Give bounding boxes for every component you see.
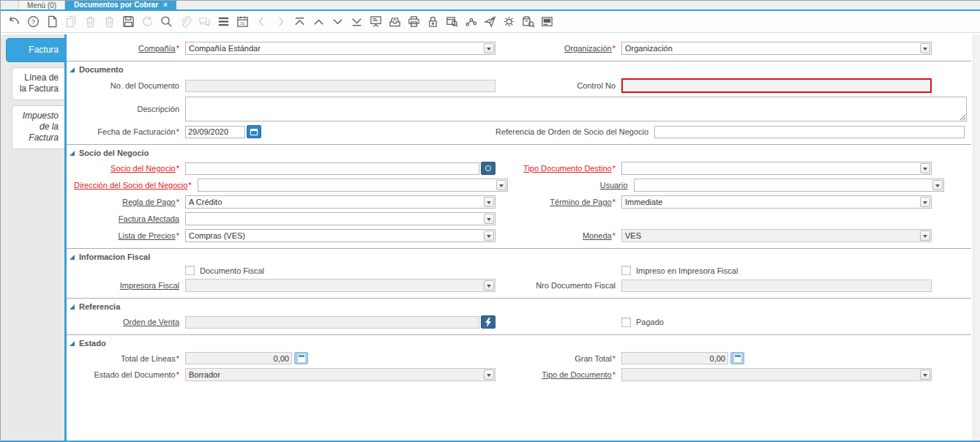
attachment-icon[interactable] bbox=[176, 12, 195, 31]
tab-factura[interactable]: Factura bbox=[6, 38, 64, 62]
tipo-doc-destino-select[interactable] bbox=[621, 162, 932, 175]
control-no-input[interactable] bbox=[621, 78, 932, 93]
close-icon[interactable]: × bbox=[163, 0, 168, 10]
chevron-down-icon[interactable] bbox=[484, 370, 494, 380]
usuario-label[interactable]: Usuario bbox=[508, 181, 634, 190]
estado-documento-select[interactable]: Borrador bbox=[185, 368, 495, 381]
impresora-fiscal-label[interactable]: Impresora Fiscal bbox=[74, 281, 185, 290]
product-info-icon[interactable] bbox=[518, 12, 537, 31]
undo-icon[interactable] bbox=[4, 12, 23, 31]
business-partner-search-icon[interactable] bbox=[481, 162, 495, 175]
termino-pago-select[interactable]: Immediate bbox=[621, 195, 932, 209]
chevron-down-icon[interactable] bbox=[920, 197, 930, 207]
calculator-icon[interactable] bbox=[730, 352, 744, 364]
process-icon[interactable] bbox=[499, 12, 518, 31]
copy-record-icon[interactable] bbox=[61, 12, 81, 31]
lock-icon[interactable] bbox=[423, 12, 442, 31]
chevron-down-icon[interactable] bbox=[484, 214, 494, 224]
next-record-icon[interactable] bbox=[271, 12, 290, 31]
documento-fiscal-checkbox[interactable] bbox=[185, 266, 195, 275]
tipo-documento-select[interactable] bbox=[621, 368, 932, 381]
usuario-select[interactable] bbox=[634, 179, 944, 192]
chevron-down-icon[interactable] bbox=[484, 280, 494, 291]
no-documento-label: No. del Documento bbox=[74, 81, 185, 90]
orden-venta-label[interactable]: Orden de Venta bbox=[74, 318, 185, 326]
calendar-icon[interactable] bbox=[247, 125, 261, 138]
refresh-icon[interactable] bbox=[138, 12, 157, 31]
chevron-down-icon[interactable] bbox=[920, 231, 930, 241]
chevron-down-icon[interactable] bbox=[496, 180, 506, 190]
chevron-down-icon[interactable] bbox=[484, 197, 494, 207]
impreso-fiscal-checkbox[interactable] bbox=[621, 266, 631, 275]
tipo-documento-label[interactable]: Tipo de Documento* bbox=[495, 370, 621, 379]
tab-documentos-por-cobrar[interactable]: Documentos por Cobrar × bbox=[65, 1, 176, 10]
calendar-history-icon[interactable]: 31 bbox=[233, 12, 252, 31]
report-icon[interactable] bbox=[366, 12, 385, 31]
section-socio-del-negocio[interactable]: Socio del Negocio bbox=[67, 144, 971, 158]
window-tab-bar: Menú (0) Documentos por Cobrar × bbox=[1, 1, 980, 11]
last-record-icon[interactable] bbox=[347, 12, 366, 31]
chevron-down-icon[interactable] bbox=[920, 163, 930, 173]
direccion-socio-select[interactable] bbox=[198, 179, 508, 192]
socio-negocio-label[interactable]: Socio del Negocio* bbox=[74, 164, 185, 173]
delete-selection-icon[interactable] bbox=[100, 12, 119, 31]
termino-pago-label[interactable]: Término de Pago* bbox=[495, 198, 621, 206]
tab-menu[interactable]: Menú (0) bbox=[18, 1, 65, 10]
chevron-down-icon[interactable] bbox=[932, 180, 943, 190]
detail-tab-sidebar: Factura Línea de la Factura Impuesto de … bbox=[1, 34, 67, 441]
collapse-icon bbox=[70, 341, 75, 346]
vertical-scrollbar[interactable] bbox=[973, 34, 980, 441]
pagado-checkbox[interactable] bbox=[621, 318, 631, 327]
referencia-orden-input[interactable] bbox=[654, 126, 965, 138]
next-page-icon[interactable] bbox=[328, 12, 347, 31]
first-record-icon[interactable] bbox=[290, 12, 309, 31]
help-window-icon[interactable] bbox=[537, 12, 556, 31]
save-icon[interactable] bbox=[119, 12, 138, 31]
toggle-grid-icon[interactable] bbox=[214, 12, 233, 31]
regla-pago-select[interactable]: A Crédito bbox=[185, 195, 495, 209]
zoom-across-icon[interactable] bbox=[442, 12, 461, 31]
chevron-down-icon[interactable] bbox=[484, 43, 494, 53]
chevron-down-icon[interactable] bbox=[484, 231, 494, 241]
organizacion-label[interactable]: Organización* bbox=[495, 44, 621, 53]
factura-afectada-select[interactable] bbox=[185, 212, 495, 225]
chevron-down-icon[interactable] bbox=[920, 370, 930, 380]
compania-label[interactable]: Compañía* bbox=[74, 44, 185, 53]
chevron-down-icon[interactable] bbox=[920, 43, 930, 53]
orden-venta-input bbox=[185, 316, 479, 329]
factura-afectada-label[interactable]: Factura Afectada bbox=[74, 214, 185, 223]
send-mail-icon[interactable] bbox=[480, 12, 499, 31]
socio-negocio-input[interactable] bbox=[185, 162, 479, 175]
direccion-socio-label[interactable]: Dirección del Socio del Negocio* bbox=[74, 181, 198, 190]
regla-pago-label[interactable]: Regla de Pago* bbox=[74, 198, 185, 206]
zoom-record-icon[interactable] bbox=[481, 315, 495, 329]
impresora-fiscal-select[interactable] bbox=[185, 279, 495, 292]
previous-record-icon[interactable] bbox=[252, 12, 271, 31]
compania-select[interactable]: Compañía Estándar bbox=[185, 42, 495, 55]
tab-impuesto-de-la-factura[interactable]: Impuesto de la Factura bbox=[12, 105, 64, 149]
section-documento[interactable]: Documento bbox=[67, 61, 971, 75]
print-icon[interactable] bbox=[404, 12, 423, 31]
tipo-doc-destino-label[interactable]: Tipo Documento Destino* bbox=[495, 164, 621, 173]
moneda-label[interactable]: Moneda* bbox=[495, 231, 621, 240]
archive-icon[interactable] bbox=[385, 12, 404, 31]
moneda-select[interactable]: VES bbox=[621, 229, 932, 242]
help-icon[interactable]: ? bbox=[23, 12, 42, 31]
nro-doc-fiscal-input bbox=[621, 280, 932, 292]
tab-linea-de-la-factura[interactable]: Línea de la Factura bbox=[12, 67, 64, 100]
descripcion-textarea[interactable] bbox=[185, 97, 967, 121]
find-icon[interactable] bbox=[157, 12, 176, 31]
calculator-icon[interactable] bbox=[294, 352, 308, 364]
section-informacion-fiscal[interactable]: Informacion Fiscal bbox=[67, 248, 971, 262]
organizacion-select[interactable]: Organización bbox=[621, 42, 932, 55]
delete-record-icon[interactable] bbox=[81, 12, 100, 31]
fecha-facturacion-input[interactable] bbox=[185, 126, 245, 138]
section-referencia[interactable]: Referencia bbox=[67, 298, 971, 312]
lista-precios-select[interactable]: Compras (VES) bbox=[185, 229, 495, 242]
previous-page-icon[interactable] bbox=[309, 12, 328, 31]
new-record-icon[interactable] bbox=[42, 12, 61, 31]
section-estado[interactable]: Estado bbox=[67, 334, 971, 348]
chat-icon[interactable] bbox=[195, 12, 214, 31]
lista-precios-label[interactable]: Lista de Precios* bbox=[74, 231, 185, 240]
workflow-icon[interactable] bbox=[461, 12, 480, 31]
